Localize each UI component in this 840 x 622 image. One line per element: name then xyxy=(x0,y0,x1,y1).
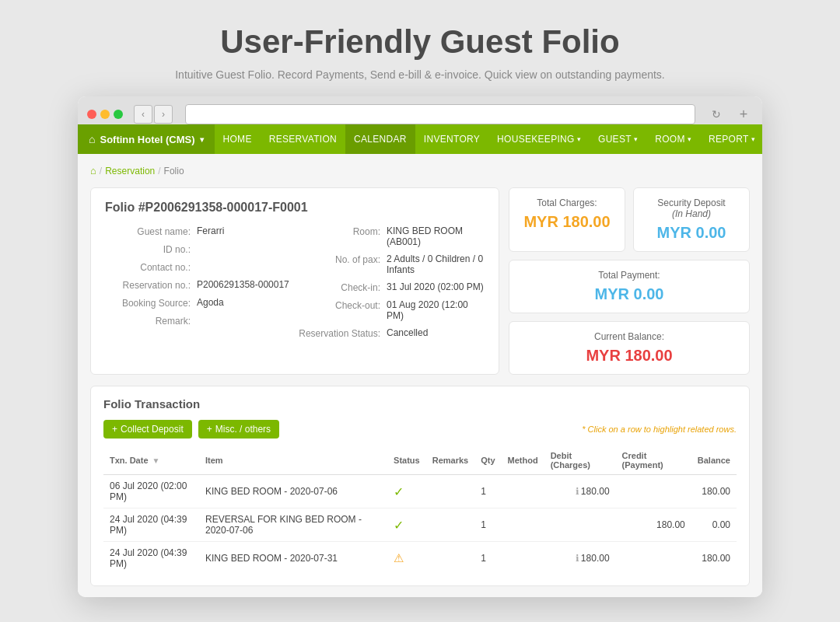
traffic-lights xyxy=(87,110,123,119)
home-icon: ⌂ xyxy=(89,133,95,145)
table-row[interactable]: 24 Jul 2020 (04:39 PM) KING BED ROOM - 2… xyxy=(103,542,737,575)
cell-remarks xyxy=(426,542,474,575)
col-item: Item xyxy=(199,446,387,475)
nav-report[interactable]: REPORT▾ xyxy=(700,124,762,154)
field-remark: Remark: xyxy=(105,315,295,327)
brand-logo[interactable]: ⌂ Softinn Hotel (CMS) ▾ xyxy=(78,124,215,154)
info-icon: ℹ xyxy=(576,553,579,564)
folio-title: Folio #P2006291358-000017-F0001 xyxy=(105,201,485,215)
cell-date: 24 Jul 2020 (04:39 PM) xyxy=(103,542,199,575)
transaction-actions: + Collect Deposit + Misc. / others * Cli… xyxy=(103,420,737,439)
folio-fields: Guest name: Ferarri ID no.: Contact no.: xyxy=(105,225,485,345)
cell-credit: 180.00 xyxy=(616,508,691,542)
nav-reservation[interactable]: RESERVATION xyxy=(261,124,345,154)
brand-caret: ▾ xyxy=(200,135,204,144)
cell-debit: ℹ180.00 xyxy=(544,542,616,575)
folio-card: Folio #P2006291358-000017-F0001 Guest na… xyxy=(90,187,499,375)
minimize-button[interactable] xyxy=(100,110,110,119)
click-hint: * Click on a row to highlight related ro… xyxy=(582,425,737,434)
cell-credit xyxy=(616,542,691,575)
field-checkin: Check-in: 31 Jul 2020 (02:00 PM) xyxy=(295,281,485,293)
field-room: Room: KING BED ROOM (AB001) xyxy=(295,225,485,247)
cell-method xyxy=(502,475,544,508)
transaction-title: Folio Transaction xyxy=(103,397,737,411)
misc-button[interactable]: + Misc. / others xyxy=(198,420,279,439)
status-check-icon: ✓ xyxy=(394,519,404,532)
cell-status: ⚠ xyxy=(387,542,426,575)
field-guest-name: Guest name: Ferarri xyxy=(105,225,295,237)
back-button[interactable]: ‹ xyxy=(134,105,152,124)
maximize-button[interactable] xyxy=(114,110,123,119)
cell-method xyxy=(502,508,544,542)
field-pax: No. of pax: 2 Adults / 0 Children / 0 In… xyxy=(295,253,485,275)
nav-inventory[interactable]: INVENTORY xyxy=(415,124,488,154)
current-balance-label: Current Balance: xyxy=(520,331,738,342)
nav-housekeeping[interactable]: HOUSEKEEPING▾ xyxy=(488,124,590,154)
total-payment-card: Total Payment: MYR 0.00 xyxy=(509,260,750,313)
new-tab-button[interactable]: + xyxy=(734,105,753,124)
cell-date: 06 Jul 2020 (02:00 PM) xyxy=(103,475,199,508)
breadcrumb-reservation[interactable]: Reservation xyxy=(105,166,155,176)
address-bar[interactable] xyxy=(185,104,695,124)
col-balance: Balance xyxy=(691,446,737,475)
total-payment-value: MYR 0.00 xyxy=(520,285,738,303)
col-date: Txn. Date ▼ xyxy=(103,446,199,475)
hero-subtitle: Intuitive Guest Folio. Record Payments, … xyxy=(175,68,665,81)
nav-home[interactable]: HOME xyxy=(215,124,261,154)
field-reservation-no: Reservation no.: P2006291358-000017 xyxy=(105,279,295,291)
table-row[interactable]: 24 Jul 2020 (04:39 PM) REVERSAL FOR KING… xyxy=(103,508,737,542)
breadcrumb: ⌂ / Reservation / Folio xyxy=(90,165,750,176)
refresh-icon[interactable]: ↻ xyxy=(708,106,725,123)
cell-method xyxy=(502,542,544,575)
field-id-no: ID no.: xyxy=(105,243,295,255)
field-contact: Contact no.: xyxy=(105,261,295,273)
browser-nav-arrows: ‹ › xyxy=(134,105,173,124)
field-checkout: Check-out: 01 Aug 2020 (12:00 PM) xyxy=(295,299,485,321)
total-charges-value: MYR 180.00 xyxy=(520,213,614,231)
sort-icon[interactable]: ▼ xyxy=(152,456,160,465)
security-deposit-card: Security Deposit (In Hand) MYR 0.00 xyxy=(633,187,750,252)
cell-balance: 0.00 xyxy=(691,508,737,542)
forward-button[interactable]: › xyxy=(154,105,173,124)
browser-chrome: ‹ › ↻ + xyxy=(78,96,762,124)
cell-qty: 1 xyxy=(474,475,501,508)
cell-balance: 180.00 xyxy=(691,542,737,575)
folio-layout: Folio #P2006291358-000017-F0001 Guest na… xyxy=(90,187,750,375)
cell-date: 24 Jul 2020 (04:39 PM) xyxy=(103,508,199,542)
cell-item: KING BED ROOM - 2020-07-31 xyxy=(199,542,387,575)
total-charges-label: Total Charges: xyxy=(520,197,614,208)
cell-debit: ℹ180.00 xyxy=(544,475,616,508)
status-warn-icon: ⚠ xyxy=(394,551,404,564)
security-deposit-value: MYR 0.00 xyxy=(645,224,738,242)
cell-status: ✓ xyxy=(387,508,426,542)
current-balance-card: Current Balance: MYR 180.00 xyxy=(509,321,750,375)
cell-status: ✓ xyxy=(387,475,426,508)
cell-credit xyxy=(616,475,691,508)
collect-deposit-button[interactable]: + Collect Deposit xyxy=(103,420,192,439)
col-debit: Debit (Charges) xyxy=(544,446,616,475)
security-deposit-label: Security Deposit (In Hand) xyxy=(645,197,738,219)
browser-window: ‹ › ↻ + ⌂ Softinn Hotel (CMS) ▾ HOME RES… xyxy=(78,96,762,597)
plus-icon: + xyxy=(112,424,117,435)
field-booking-source: Booking Source: Agoda xyxy=(105,297,295,309)
misc-plus-icon: + xyxy=(207,424,212,435)
field-status: Reservation Status: Cancelled xyxy=(295,327,485,339)
nav-calendar[interactable]: CALENDAR xyxy=(345,124,415,154)
transaction-section: Folio Transaction + Collect Deposit + Mi… xyxy=(90,386,750,586)
total-charges-card: Total Charges: MYR 180.00 xyxy=(509,187,625,252)
nav-room[interactable]: ROOM▾ xyxy=(646,124,700,154)
close-button[interactable] xyxy=(87,110,96,119)
table-row[interactable]: 06 Jul 2020 (02:00 PM) KING BED ROOM - 2… xyxy=(103,475,737,508)
total-payment-label: Total Payment: xyxy=(520,270,738,281)
nav-guest[interactable]: GUEST▾ xyxy=(590,124,646,154)
current-balance-value: MYR 180.00 xyxy=(520,347,738,365)
summary-top-row: Total Charges: MYR 180.00 Security Depos… xyxy=(509,187,750,252)
brand-name: Softinn Hotel (CMS) xyxy=(100,134,194,145)
col-method: Method xyxy=(502,446,544,475)
status-check-icon: ✓ xyxy=(394,485,404,498)
cell-qty: 1 xyxy=(474,542,501,575)
navbar: ⌂ Softinn Hotel (CMS) ▾ HOME RESERVATION… xyxy=(78,124,762,154)
col-credit: Credit (Payment) xyxy=(616,446,691,475)
breadcrumb-folio: Folio xyxy=(164,166,184,176)
breadcrumb-home-icon[interactable]: ⌂ xyxy=(90,165,96,176)
